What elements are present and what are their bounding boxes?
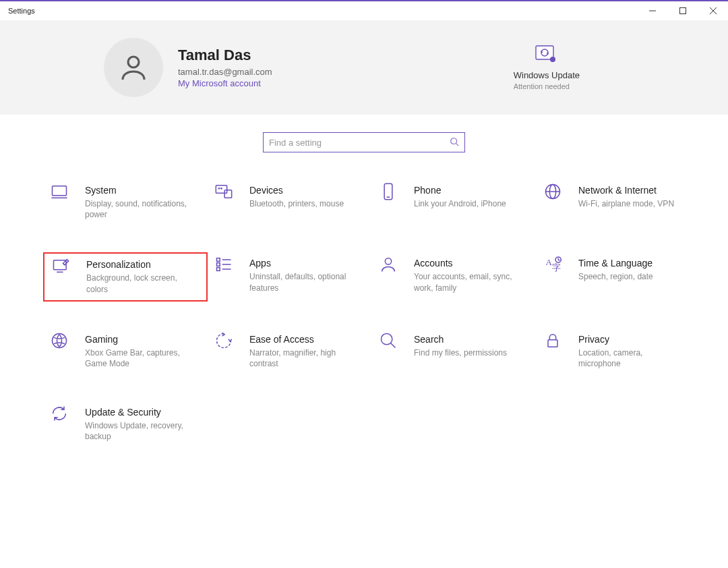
windows-update-block[interactable]: Windows Update Attention needed xyxy=(514,45,689,90)
tile-title: Search xyxy=(414,334,507,345)
tile-title: Apps xyxy=(249,258,357,268)
svg-line-10 xyxy=(456,143,459,146)
svg-rect-14 xyxy=(224,190,232,198)
ease-of-access-icon xyxy=(214,331,236,352)
svg-line-38 xyxy=(391,343,396,347)
tile-title: Time & Language xyxy=(578,258,653,268)
tile-title: Gaming xyxy=(85,334,193,345)
update-subtitle: Attention needed xyxy=(514,82,580,90)
tile-title: Privacy xyxy=(578,334,686,345)
svg-rect-24 xyxy=(217,258,220,262)
svg-rect-25 xyxy=(217,263,220,266)
tile-subtitle: Windows Update, recovery, backup xyxy=(85,420,193,442)
devices-icon xyxy=(214,182,236,203)
tile-ease-of-access[interactable]: Ease of Access Narrator, magnifier, high… xyxy=(208,329,372,374)
svg-point-9 xyxy=(451,138,457,144)
tile-subtitle: Your accounts, email, sync, work, family xyxy=(414,271,522,293)
tile-time-language[interactable]: A字 Time & Language Speech, region, date xyxy=(537,252,701,301)
tile-privacy[interactable]: Privacy Location, camera, microphone xyxy=(537,329,701,374)
settings-grid: System Display, sound, notifications, po… xyxy=(0,179,728,448)
account-name: Tamal Das xyxy=(178,47,272,64)
svg-point-15 xyxy=(218,188,219,189)
minimize-button[interactable] xyxy=(637,1,667,20)
system-icon xyxy=(50,182,71,203)
phone-icon xyxy=(379,182,400,203)
account-email: tamal.tr.das@gmail.com xyxy=(178,67,272,77)
header: Tamal Das tamal.tr.das@gmail.com My Micr… xyxy=(0,20,728,115)
tile-subtitle: Display, sound, notifications, power xyxy=(85,198,193,220)
search-icon xyxy=(450,137,459,148)
tile-devices[interactable]: Devices Bluetooth, printers, mouse xyxy=(208,179,372,225)
svg-rect-5 xyxy=(536,46,553,59)
search-input[interactable] xyxy=(269,138,450,148)
search-box[interactable] xyxy=(263,132,465,152)
personalization-icon xyxy=(51,256,73,277)
tile-accounts[interactable]: Accounts Your accounts, email, sync, wor… xyxy=(372,252,537,301)
search-wrap xyxy=(0,132,728,152)
tile-search[interactable]: Search Find my files, permissions xyxy=(372,329,537,374)
titlebar: Settings xyxy=(0,0,728,20)
account-text: Tamal Das tamal.tr.das@gmail.com My Micr… xyxy=(178,47,272,88)
avatar xyxy=(104,38,163,97)
tile-title: Network & Internet xyxy=(578,185,674,196)
tile-subtitle: Narrator, magnifier, high contrast xyxy=(249,347,357,369)
accounts-icon xyxy=(379,255,400,276)
tile-phone[interactable]: Phone Link your Android, iPhone xyxy=(372,179,537,225)
svg-rect-26 xyxy=(217,268,220,271)
tile-network[interactable]: Network & Internet Wi-Fi, airplane mode,… xyxy=(537,179,701,225)
tile-title: Personalization xyxy=(86,259,194,270)
time-language-icon: A字 xyxy=(543,255,565,276)
tile-subtitle: Find my files, permissions xyxy=(414,347,507,358)
tile-gaming[interactable]: Gaming Xbox Game Bar, captures, Game Mod… xyxy=(43,329,208,374)
maximize-icon xyxy=(679,7,686,14)
svg-point-4 xyxy=(128,57,139,67)
tile-subtitle: Speech, region, date xyxy=(578,271,653,282)
apps-icon xyxy=(214,255,236,276)
svg-rect-11 xyxy=(53,186,67,196)
window-controls xyxy=(637,1,728,20)
svg-rect-39 xyxy=(548,340,557,347)
tile-subtitle: Link your Android, iPhone xyxy=(414,198,506,209)
svg-point-36 xyxy=(53,333,67,347)
tile-apps[interactable]: Apps Uninstall, defaults, optional featu… xyxy=(208,252,372,301)
tile-title: Devices xyxy=(249,185,344,196)
tile-title: Accounts xyxy=(414,258,522,268)
svg-point-16 xyxy=(221,188,222,189)
gaming-icon xyxy=(50,331,71,352)
tile-system[interactable]: System Display, sound, notifications, po… xyxy=(43,179,208,225)
svg-rect-1 xyxy=(679,8,686,14)
tile-personalization[interactable]: Personalization Background, lock screen,… xyxy=(43,252,208,301)
ms-account-link[interactable]: My Microsoft account xyxy=(178,78,272,88)
close-button[interactable] xyxy=(698,1,728,20)
tile-title: System xyxy=(85,185,193,196)
windows-update-icon xyxy=(514,45,580,65)
tile-subtitle: Wi-Fi, airplane mode, VPN xyxy=(578,198,674,209)
tile-title: Phone xyxy=(414,185,506,196)
update-security-icon xyxy=(50,404,71,425)
tile-update-security[interactable]: Update & Security Windows Update, recove… xyxy=(43,401,208,447)
lock-icon xyxy=(543,331,565,352)
update-title: Windows Update xyxy=(514,70,580,80)
minimize-icon xyxy=(649,7,656,14)
window-title: Settings xyxy=(8,7,35,15)
svg-point-37 xyxy=(382,333,392,344)
tile-subtitle: Location, camera, microphone xyxy=(578,347,686,369)
user-icon xyxy=(117,51,150,84)
svg-point-8 xyxy=(550,57,555,62)
tile-subtitle: Bluetooth, printers, mouse xyxy=(249,198,344,209)
tile-title: Update & Security xyxy=(85,407,193,418)
account-block[interactable]: Tamal Das tamal.tr.das@gmail.com My Micr… xyxy=(39,38,514,97)
tile-subtitle: Xbox Game Bar, captures, Game Mode xyxy=(85,347,193,369)
svg-line-35 xyxy=(558,260,559,260)
close-icon xyxy=(710,7,717,14)
search-tile-icon xyxy=(379,331,400,352)
globe-icon xyxy=(543,182,565,203)
svg-point-30 xyxy=(385,258,391,264)
tile-title: Ease of Access xyxy=(249,334,357,345)
tile-subtitle: Background, lock screen, colors xyxy=(86,273,194,294)
tile-subtitle: Uninstall, defaults, optional features xyxy=(249,271,357,293)
maximize-button[interactable] xyxy=(667,1,698,20)
svg-text:字: 字 xyxy=(552,263,561,273)
